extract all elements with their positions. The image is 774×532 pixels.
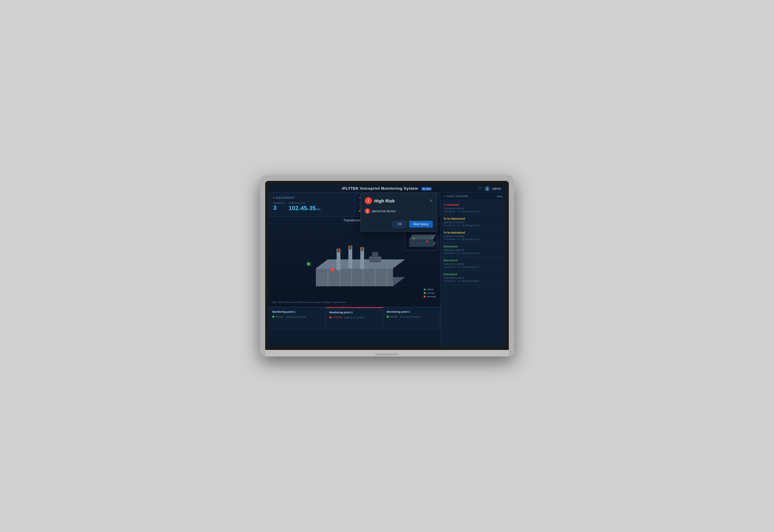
modal-body: 1 abnormal device: [361, 207, 437, 218]
high-risk-modal: ! High Risk ✕ 1 abnormal device OK Risk: [360, 193, 437, 232]
abnormal-count: 1 abnormal device: [365, 208, 433, 214]
laptop-frame: iFLYTEK Voiceprint Monitoring System AI·…: [260, 176, 514, 356]
ok-button[interactable]: OK: [393, 221, 407, 228]
laptop-notch: [375, 353, 399, 355]
count-badge: 1: [365, 208, 370, 214]
modal-overlay: ! High Risk ✕ 1 abnormal device OK Risk: [269, 184, 505, 346]
screen-bezel: iFLYTEK Voiceprint Monitoring System AI·…: [265, 181, 509, 350]
modal-footer: OK Risk history: [361, 218, 437, 232]
risk-history-button[interactable]: Risk history: [409, 221, 433, 228]
modal-header: ! High Risk ✕: [361, 193, 437, 207]
modal-title-area: ! High Risk: [365, 197, 395, 204]
modal-close-button[interactable]: ✕: [429, 199, 433, 203]
modal-title: High Risk: [374, 198, 395, 203]
modal-description: abnormal device: [372, 209, 396, 213]
laptop-screen: iFLYTEK Voiceprint Monitoring System AI·…: [269, 184, 505, 346]
laptop-bottom: [265, 350, 509, 356]
risk-icon: !: [365, 197, 372, 204]
